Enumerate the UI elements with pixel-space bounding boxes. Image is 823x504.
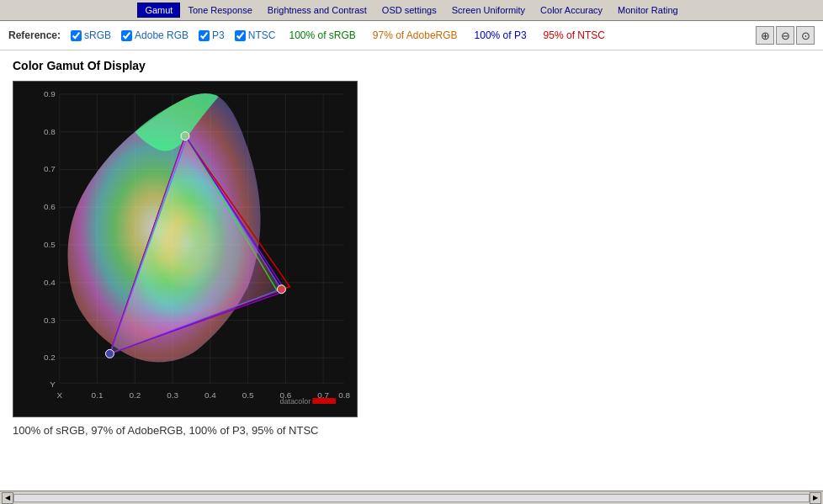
zoom-fit-button[interactable]: ⊙ [796,26,815,45]
svg-point-41 [181,132,189,141]
tab-gamut[interactable]: Gamut [137,3,180,18]
zoom-controls: ⊕ ⊖ ⊙ [756,26,815,45]
scroll-left-button[interactable]: ◀ [2,492,13,504]
tab-bar: Gamut Tone Response Brightness and Contr… [0,0,823,21]
main-content: Color Gamut Of Display [0,50,823,491]
chart-title: Color Gamut Of Display [13,59,810,72]
tab-screen-uniformity[interactable]: Screen Uniformity [444,3,533,18]
svg-text:0.4: 0.4 [44,278,56,287]
ref-adobe: Adobe RGB [121,29,188,41]
svg-text:X: X [56,390,62,400]
ref-p3: P3 [199,29,225,41]
ref-ntsc: NTSC [235,29,276,41]
svg-text:Y: Y [50,379,56,389]
svg-text:0.8: 0.8 [44,127,56,136]
adobe-label: Adobe RGB [135,29,188,41]
zoom-in-button[interactable]: ⊕ [756,26,774,45]
svg-text:0.7: 0.7 [44,164,56,173]
stat-adobe: 97% of AdobeRGB [369,29,461,41]
svg-text:0.6: 0.6 [44,202,56,211]
tab-color-accuracy[interactable]: Color Accuracy [533,3,610,18]
svg-text:0.5: 0.5 [44,240,56,249]
p3-checkbox[interactable] [199,30,210,41]
scrollbar-track[interactable] [13,494,810,502]
reference-label: Reference: [8,29,61,41]
zoom-out-button[interactable]: ⊖ [776,26,794,45]
ntsc-label: NTSC [248,29,276,41]
svg-point-42 [277,285,285,294]
gamut-svg: 0.9 0.8 0.7 0.6 0.5 0.4 0.3 0.2 Y X 0.1 … [13,82,357,416]
tab-tone-response[interactable]: Tone Response [180,3,259,18]
reference-bar: Reference: sRGB Adobe RGB P3 NTSC 100% o… [0,21,823,50]
adobe-checkbox[interactable] [121,30,132,41]
ntsc-checkbox[interactable] [235,30,246,41]
stat-ntsc: 95% of NTSC [540,29,608,41]
svg-text:0.1: 0.1 [92,390,104,400]
svg-text:0.5: 0.5 [242,390,254,400]
svg-point-43 [105,349,114,358]
svg-text:0.8: 0.8 [338,390,350,400]
svg-text:0.2: 0.2 [129,390,141,400]
srgb-label: sRGB [84,29,111,41]
stat-srgb: 100% of sRGB [285,29,358,41]
svg-text:datacolor: datacolor [279,397,311,406]
svg-rect-45 [312,398,336,404]
svg-text:0.2: 0.2 [44,353,56,362]
srgb-checkbox[interactable] [71,30,82,41]
tab-brightness-contrast[interactable]: Brightness and Contrast [260,3,374,18]
tab-osd-settings[interactable]: OSD settings [374,3,444,18]
p3-label: P3 [212,29,225,41]
ref-srgb: sRGB [71,29,111,41]
svg-text:0.9: 0.9 [44,89,56,98]
svg-text:0.3: 0.3 [44,316,56,325]
tab-monitor-rating[interactable]: Monitor Rating [610,3,686,18]
scroll-right-button[interactable]: ▶ [810,492,821,504]
stat-p3: 100% of P3 [471,29,530,41]
summary-text: 100% of sRGB, 97% of AdobeRGB, 100% of P… [13,424,810,437]
svg-text:0.3: 0.3 [167,390,178,400]
gamut-chart: 0.9 0.8 0.7 0.6 0.5 0.4 0.3 0.2 Y X 0.1 … [13,81,358,417]
svg-text:0.4: 0.4 [204,390,216,400]
scrollbar-area: ◀ ▶ [0,491,823,504]
